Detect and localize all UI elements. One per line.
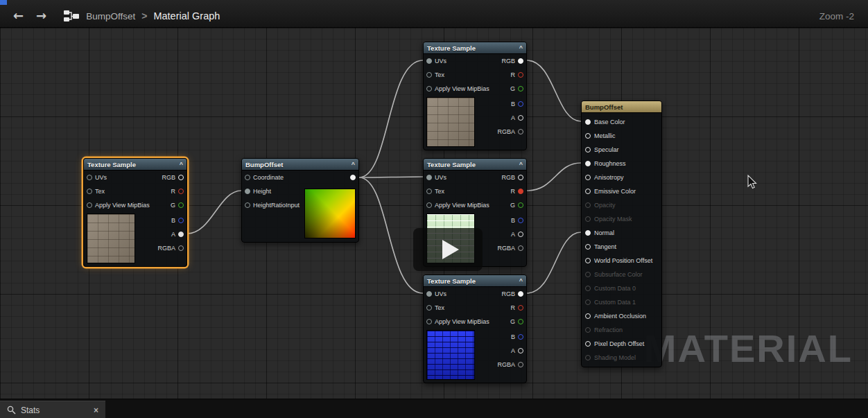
output-pin[interactable] — [518, 115, 523, 121]
output-pin-group: A — [497, 227, 523, 241]
output-pin[interactable] — [518, 189, 523, 194]
input-pin[interactable] — [426, 202, 432, 208]
input-pin[interactable] — [585, 355, 591, 360]
input-pin[interactable] — [585, 286, 591, 291]
node-material-output[interactable]: BumpOffsetBase ColorMetallicSpecularRoug… — [581, 101, 662, 367]
collapse-chevron-icon[interactable]: ^ — [519, 161, 523, 168]
output-pin[interactable] — [178, 175, 184, 180]
pin-row: Metallic — [582, 129, 661, 143]
material-graph-canvas[interactable]: MATERIAL Texture Sample^UVsRGBTexRApply … — [0, 28, 868, 399]
node-header[interactable]: BumpOffset — [582, 101, 661, 113]
output-pin[interactable] — [518, 362, 523, 367]
input-pin[interactable] — [87, 175, 92, 180]
input-pin[interactable] — [426, 58, 432, 64]
output-pin[interactable] — [518, 319, 523, 324]
output-pin[interactable] — [518, 58, 523, 64]
input-pin[interactable] — [87, 202, 92, 208]
output-pin[interactable] — [178, 245, 184, 251]
input-pin[interactable] — [426, 189, 432, 194]
output-pin[interactable] — [518, 86, 523, 92]
input-pin[interactable] — [585, 147, 591, 153]
output-pin[interactable] — [518, 129, 523, 134]
pin-row: Pixel Depth Offset — [582, 337, 661, 351]
node-bumpoffset-function[interactable]: BumpOffset^CoordinateHeightHeightRatioIn… — [241, 158, 359, 243]
input-pin[interactable] — [585, 299, 591, 305]
output-pin[interactable] — [518, 245, 523, 251]
input-pin[interactable] — [245, 175, 250, 180]
node-body: UVsRGBTexRApply View MipBiasGBARGBA — [84, 171, 186, 266]
output-pin[interactable] — [178, 218, 184, 223]
output-pin[interactable] — [518, 348, 523, 354]
output-pin-label: RGBA — [497, 128, 515, 135]
output-pin[interactable] — [518, 202, 523, 208]
node-header[interactable]: BumpOffset^ — [242, 159, 358, 171]
input-pin-group: UVs — [426, 290, 446, 297]
input-pin-label: UVs — [95, 174, 107, 181]
input-pin[interactable] — [426, 291, 432, 297]
input-pin[interactable] — [585, 258, 591, 263]
input-pin[interactable] — [585, 327, 591, 333]
input-pin[interactable] — [585, 189, 591, 194]
pin-row: Emissive Color — [582, 184, 661, 198]
output-pin-label: G — [510, 85, 515, 92]
input-pin[interactable] — [585, 272, 591, 277]
output-pin[interactable] — [178, 202, 184, 208]
video-play-button[interactable] — [413, 228, 483, 271]
output-pin[interactable] — [178, 189, 184, 194]
output-pin-group: RGBA — [497, 241, 523, 255]
output-pin-label: G — [510, 202, 515, 209]
node-texture-sample-height[interactable]: Texture Sample^UVsRGBTexRApply View MipB… — [83, 158, 187, 267]
output-pin[interactable] — [518, 72, 523, 78]
node-header[interactable]: Texture Sample^ — [424, 275, 526, 287]
forward-button[interactable]: → — [30, 10, 53, 22]
output-pin[interactable] — [518, 232, 523, 237]
stats-tab[interactable]: Stats × — [0, 401, 105, 418]
input-pin[interactable] — [87, 189, 92, 194]
input-pin[interactable] — [585, 119, 591, 125]
output-pin[interactable] — [518, 101, 523, 107]
input-pin[interactable] — [585, 161, 591, 166]
input-pin[interactable] — [426, 305, 432, 311]
close-stats-icon[interactable]: × — [94, 406, 98, 415]
output-pin[interactable] — [350, 175, 356, 180]
node-body: UVsRGBTexRApply View MipBiasGBARGBA — [424, 287, 526, 383]
breadcrumb-root[interactable]: BumpOffset — [86, 11, 135, 21]
breadcrumb-current: Material Graph — [153, 10, 220, 21]
output-pin[interactable] — [518, 218, 523, 223]
node-texture-sample-basecolor[interactable]: Texture Sample^UVsRGBTexRApply View MipB… — [423, 42, 527, 150]
node-texture-sample-normal[interactable]: Texture Sample^UVsRGBTexRApply View MipB… — [423, 275, 527, 383]
output-pin[interactable] — [518, 305, 523, 311]
input-pin[interactable] — [585, 202, 591, 208]
output-pin-label: B — [171, 217, 175, 224]
input-pin[interactable] — [585, 175, 591, 180]
node-header[interactable]: Texture Sample^ — [84, 159, 186, 171]
input-pin[interactable] — [426, 175, 432, 180]
node-header[interactable]: Texture Sample^ — [424, 159, 526, 171]
input-pin[interactable] — [245, 189, 250, 194]
output-pin[interactable] — [518, 291, 523, 297]
input-pin[interactable] — [585, 230, 591, 236]
collapse-chevron-icon[interactable]: ^ — [519, 44, 523, 51]
collapse-chevron-icon[interactable]: ^ — [180, 161, 183, 168]
back-button[interactable]: ← — [7, 10, 30, 22]
output-pin-label: R — [511, 188, 516, 195]
pin-row: Custom Data 1 — [582, 295, 661, 309]
input-pin[interactable] — [426, 72, 432, 78]
output-pin[interactable] — [178, 232, 184, 237]
input-pin[interactable] — [585, 216, 591, 222]
input-pin[interactable] — [585, 133, 591, 139]
node-title: Texture Sample — [427, 161, 476, 168]
input-pin[interactable] — [585, 313, 591, 319]
input-pin[interactable] — [585, 244, 591, 250]
input-pin-label: HeightRatioInput — [253, 202, 300, 209]
input-pin[interactable] — [585, 341, 591, 347]
input-pin[interactable] — [245, 202, 250, 208]
output-pin[interactable] — [518, 175, 523, 180]
collapse-chevron-icon[interactable]: ^ — [519, 277, 523, 284]
input-pin[interactable] — [426, 86, 432, 92]
node-header[interactable]: Texture Sample^ — [424, 42, 526, 54]
output-pin[interactable] — [518, 334, 523, 340]
input-pin[interactable] — [426, 319, 432, 324]
stats-search-icon — [7, 406, 16, 415]
collapse-chevron-icon[interactable]: ^ — [351, 161, 355, 168]
